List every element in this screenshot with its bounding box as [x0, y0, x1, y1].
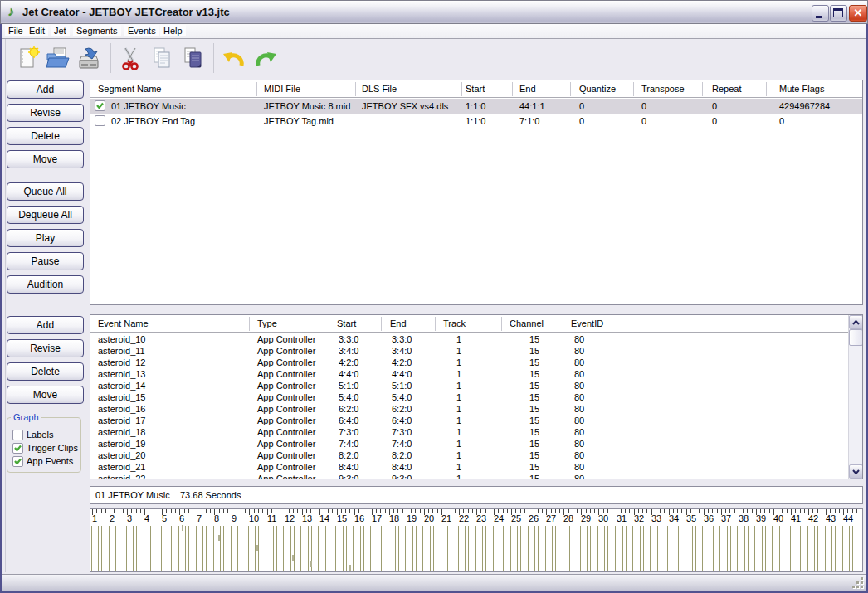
event-row[interactable]: asteroid_10App Controller3:3:03:3:011580: [90, 333, 862, 345]
column-header[interactable]: Mute Flags: [779, 84, 824, 94]
checkbox-unchecked[interactable]: [12, 430, 23, 440]
event-cell-name: asteroid_14: [98, 381, 146, 391]
open-file-icon[interactable]: [45, 45, 71, 71]
event-cell-channel: 15: [529, 450, 539, 460]
event-row[interactable]: asteroid_15App Controller5:4:05:4:011580: [90, 391, 862, 403]
measure-line: [632, 526, 633, 571]
event-row[interactable]: asteroid_16App Controller6:2:06:2:011580: [90, 403, 862, 415]
menu-events[interactable]: Events: [124, 25, 159, 36]
menu-help[interactable]: Help: [160, 25, 186, 36]
column-header[interactable]: Quantize: [579, 84, 616, 94]
segment-add-button[interactable]: Add: [7, 80, 84, 99]
column-header[interactable]: Segment Name: [98, 84, 161, 94]
column-separator: [633, 82, 634, 96]
new-document-icon[interactable]: [16, 45, 42, 71]
cut-icon[interactable]: [117, 45, 144, 71]
transport-pause-button[interactable]: Pause: [7, 252, 84, 270]
checkbox-checked[interactable]: [12, 443, 23, 454]
segment-revise-button[interactable]: Revise: [7, 104, 84, 122]
ruler-tick: [227, 509, 228, 513]
event-row[interactable]: asteroid_12App Controller4:2:04:2:011580: [90, 357, 862, 368]
column-header[interactable]: Start: [466, 84, 485, 94]
column-header[interactable]: Track: [443, 318, 466, 328]
column-separator: [355, 82, 356, 96]
event-cell-start: 5:4:0: [339, 392, 358, 402]
ruler-tick: [590, 509, 591, 513]
measure-line: [825, 526, 826, 571]
event-row[interactable]: asteroid_21App Controller8:4:08:4:011580: [90, 461, 862, 473]
maximize-button[interactable]: [830, 5, 847, 22]
measure-line: [520, 526, 521, 571]
ruler-tick: [210, 509, 211, 513]
column-header[interactable]: End: [519, 84, 536, 94]
transport-dequeue-all-button[interactable]: Dequeue All: [7, 206, 84, 224]
event-row[interactable]: asteroid_19App Controller7:4:07:4:011580: [90, 438, 862, 450]
segment-cell-start: 1:1:0: [466, 101, 485, 111]
measure-line: [517, 526, 518, 571]
transport-play-button[interactable]: Play: [7, 229, 84, 247]
measure-line: [710, 526, 710, 571]
event-row[interactable]: asteroid_18App Controller7:3:07:3:011580: [90, 426, 862, 438]
column-header[interactable]: Event Name: [98, 318, 149, 328]
column-header[interactable]: Repeat: [712, 84, 741, 94]
column-header[interactable]: MIDI File: [264, 84, 300, 94]
events-scrollbar[interactable]: [848, 315, 862, 479]
minimize-button[interactable]: [812, 5, 829, 22]
measure-number: 25: [511, 513, 521, 523]
checkbox-checked[interactable]: [12, 456, 23, 467]
event-cell-start: 8:4:0: [339, 462, 358, 472]
transport-queue-all-button[interactable]: Queue All: [7, 182, 84, 201]
ruler-tick: [577, 509, 578, 513]
event-row[interactable]: asteroid_22App Controller9:3:09:3:011580: [90, 473, 862, 479]
column-header[interactable]: Channel: [510, 318, 544, 328]
ruler-tick: [437, 509, 438, 513]
column-header[interactable]: EventID: [571, 318, 603, 328]
event-cell-end: 7:3:0: [392, 427, 412, 437]
paste-icon[interactable]: [179, 45, 206, 71]
measure-line: [98, 526, 99, 571]
ruler-tick: [166, 509, 167, 513]
undo-icon[interactable]: [221, 45, 247, 71]
event-revise-button[interactable]: Revise: [7, 339, 84, 357]
menu-jet[interactable]: Jet: [51, 25, 70, 36]
event-cell-name: asteroid_17: [98, 416, 146, 425]
scroll-thumb[interactable]: [849, 329, 863, 346]
segment-delete-button[interactable]: Delete: [7, 127, 84, 145]
scroll-up-button[interactable]: [849, 315, 863, 329]
measure-line: [817, 526, 818, 571]
close-button[interactable]: ✕: [849, 5, 867, 22]
column-header[interactable]: Start: [337, 318, 356, 328]
segment-row[interactable]: 01 JETBOY MusicJETBOY Music 8.midJETBOY …: [90, 99, 862, 114]
column-header[interactable]: Type: [257, 318, 277, 328]
ruler-tick: [171, 509, 172, 513]
event-move-button[interactable]: Move: [7, 386, 84, 404]
checkbox-unchecked[interactable]: [95, 115, 105, 126]
event-row[interactable]: asteroid_14App Controller5:1:05:1:011580: [90, 380, 862, 391]
save-file-icon[interactable]: [76, 45, 102, 71]
segment-move-button[interactable]: Move: [7, 150, 84, 168]
column-header[interactable]: Transpose: [641, 84, 685, 94]
checkbox-checked[interactable]: [95, 100, 105, 111]
transport-audition-button[interactable]: Audition: [7, 275, 84, 294]
menu-segments[interactable]: Segments: [73, 25, 121, 36]
event-row[interactable]: asteroid_17App Controller6:4:06:4:011580: [90, 415, 862, 426]
event-row[interactable]: asteroid_13App Controller4:4:04:4:011580: [90, 368, 862, 380]
column-header[interactable]: DLS File: [362, 84, 397, 94]
column-header[interactable]: End: [390, 318, 407, 328]
segment-row[interactable]: 02 JETBOY End TagJETBOY Tag.mid1:1:07:1:…: [90, 114, 862, 129]
menu-edit[interactable]: Edit: [26, 25, 48, 36]
ruler-tick: [642, 509, 643, 513]
measure-number: 29: [581, 513, 591, 523]
redo-icon[interactable]: [252, 45, 279, 71]
segment-cell-transpose: 0: [641, 116, 646, 126]
event-row[interactable]: asteroid_20App Controller8:2:08:2:011580: [90, 450, 862, 461]
event-row[interactable]: asteroid_11App Controller3:4:03:4:011580: [90, 345, 862, 357]
event-add-button[interactable]: Add: [7, 316, 84, 334]
scroll-down-button[interactable]: [849, 464, 863, 479]
menu-file[interactable]: File: [5, 25, 27, 36]
event-delete-button[interactable]: Delete: [7, 362, 84, 381]
measure-line: [422, 526, 423, 571]
segment-cell-quantize: 0: [579, 116, 584, 126]
measure-number: 18: [389, 513, 399, 523]
copy-icon[interactable]: [149, 45, 175, 71]
